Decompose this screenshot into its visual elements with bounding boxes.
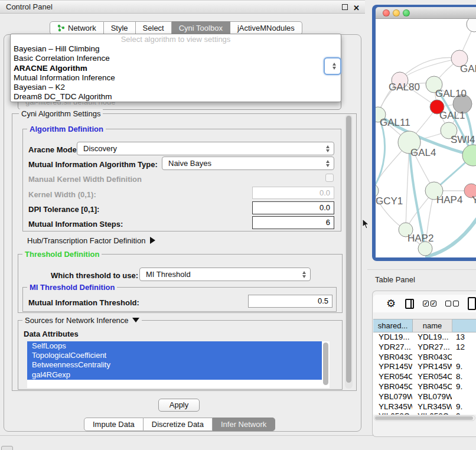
network-graph: GALGAL80GAL10GAL1GAL11SWI4GAL4GCY1HAP4YH…: [376, 19, 476, 257]
table-body[interactable]: YDL19...YDL19...13YDR27...YDR27...12YBR0…: [373, 332, 476, 415]
table-cell[interactable]: YBL079W: [412, 392, 452, 402]
data-attribute-item[interactable]: BetweennessCentrality: [27, 360, 322, 370]
tab-discretize-data[interactable]: Discretize Data: [144, 418, 213, 431]
table-row[interactable]: YBL079WYBL079W: [373, 392, 476, 402]
attributes-scrollbar-thumb[interactable]: [323, 343, 328, 385]
algorithm-list-item[interactable]: Bayesian – K2: [11, 83, 341, 92]
mi-type-select[interactable]: Naive Bayes: [162, 156, 334, 170]
algorithm-list-item[interactable]: Basic Correlation Inference: [11, 54, 341, 63]
data-attribute-item[interactable]: SelfLoops: [27, 341, 322, 351]
table-cell[interactable]: YLR345W: [412, 402, 452, 412]
table-row[interactable]: YDR27...YDR27...12: [373, 343, 476, 353]
dpi-tolerance-field[interactable]: 0.0: [252, 201, 334, 214]
close-traffic-light-icon[interactable]: [383, 9, 390, 17]
table-cell[interactable]: YDR27...: [373, 343, 412, 353]
float-window-icon[interactable]: [342, 4, 348, 10]
expand-down-icon[interactable]: [132, 318, 139, 322]
table-cell[interactable]: YLR345W: [373, 402, 412, 412]
settings-scrollbar-thumb[interactable]: [346, 116, 351, 383]
table-row[interactable]: YDL19...YDL19...13: [373, 332, 476, 343]
algorithm-list-item[interactable]: Bayesian – Hill Climbing: [11, 44, 341, 54]
manual-kernel-checkbox[interactable]: [325, 174, 334, 182]
table-hscrollbar[interactable]: [374, 415, 475, 421]
data-attribute-item[interactable]: gal4RGexp: [27, 370, 322, 380]
which-threshold-select[interactable]: MI Threshold: [139, 268, 311, 281]
settings-scrollbar[interactable]: [345, 115, 353, 389]
table-cell[interactable]: 9.: [452, 402, 462, 412]
table-cell[interactable]: YIL052C: [373, 412, 412, 415]
table-cell[interactable]: YBR045C: [412, 382, 452, 392]
tab-style[interactable]: Style: [104, 21, 136, 35]
split-columns-icon[interactable]: [405, 299, 414, 309]
column-header-name[interactable]: name: [413, 319, 452, 332]
algorithm-combobox-button[interactable]: [324, 57, 341, 75]
minimize-traffic-light-icon[interactable]: [393, 9, 400, 17]
algorithm-list-item[interactable]: ARACNE Algorithm: [11, 64, 341, 73]
table-cell[interactable]: YPR145W: [373, 362, 412, 372]
table-cell[interactable]: YBR045C: [373, 382, 412, 392]
table-cell[interactable]: YER054C: [373, 372, 412, 382]
network-edge[interactable]: [400, 58, 459, 80]
table-hscrollbar-thumb[interactable]: [375, 416, 473, 420]
mi-steps-field[interactable]: 6: [252, 216, 334, 229]
network-node-label: GAL1: [439, 110, 465, 121]
data-attributes-label: Data Attributes: [24, 330, 79, 338]
tab-cyni-toolbox[interactable]: Cyni Toolbox: [172, 21, 230, 35]
table-row[interactable]: YPR145WYPR145W9.: [373, 362, 476, 372]
corner-button[interactable]: [1, 446, 13, 450]
table-cell[interactable]: YDL19...: [412, 332, 452, 343]
table-cell[interactable]: YBR043C: [373, 353, 412, 363]
kernel-width-label: Kernel Width (0,1):: [28, 190, 96, 199]
table-cell[interactable]: 9: [452, 412, 461, 415]
table-cell[interactable]: YPR145W: [412, 362, 452, 372]
table-cell[interactable]: YIL052C: [412, 412, 452, 415]
table-row[interactable]: YER054CYER054C8.: [373, 372, 476, 382]
export-table-icon[interactable]: [468, 297, 476, 310]
table-row[interactable]: YBR045CYBR045C9.: [373, 382, 476, 392]
network-window-titlebar[interactable]: [376, 7, 476, 19]
aracne-mode-select[interactable]: Discovery: [77, 142, 334, 155]
table-cell[interactable]: YDL19...: [373, 332, 412, 343]
table-row[interactable]: YBR043CYBR043C: [373, 353, 476, 363]
tab-network[interactable]: Network: [50, 21, 104, 35]
expand-right-icon[interactable]: [150, 237, 155, 244]
table-cell[interactable]: 13: [452, 332, 465, 343]
algorithm-list-item[interactable]: Dream8 DC_TDC Algorithm: [11, 92, 341, 102]
table-cell[interactable]: YBR043C: [412, 353, 452, 363]
table-row[interactable]: YIL052CYIL052C9: [373, 412, 476, 415]
close-icon[interactable]: ✕: [353, 2, 360, 15]
select-all-columns-icon[interactable]: ✓✓: [423, 301, 436, 306]
tab-infer-network[interactable]: Infer Network: [213, 418, 275, 431]
table-cell[interactable]: 9.: [452, 382, 462, 392]
sources-group-title[interactable]: Sources for Network Inference: [22, 316, 142, 325]
table-cell[interactable]: [452, 353, 456, 363]
table-cell[interactable]: 8.: [452, 372, 462, 382]
data-attributes-list[interactable]: SelfLoopsTopologicalCoefficientBetweenne…: [27, 341, 330, 388]
table-cell[interactable]: YDR27...: [412, 343, 452, 353]
data-attribute-item[interactable]: TopologicalCoefficient: [27, 351, 322, 360]
network-node[interactable]: [467, 19, 476, 32]
table-cell[interactable]: [452, 392, 456, 402]
table-cell[interactable]: 12: [452, 343, 465, 353]
table-cell[interactable]: 9.: [452, 362, 462, 372]
network-canvas[interactable]: GALGAL80GAL10GAL1GAL11SWI4GAL4GCY1HAP4YH…: [376, 19, 476, 257]
apply-button[interactable]: Apply: [158, 399, 200, 412]
mi-threshold-field[interactable]: 0.5: [248, 295, 332, 308]
tab-impute-data[interactable]: Impute Data: [84, 418, 144, 431]
column-header-shared[interactable]: shared...: [373, 319, 413, 332]
tab-select[interactable]: Select: [136, 21, 172, 35]
algorithm-list-item[interactable]: Mutual Information Inference: [11, 73, 341, 83]
kernel-width-field[interactable]: 0.0: [252, 187, 334, 199]
deselect-all-columns-icon[interactable]: [445, 301, 459, 306]
table-cell[interactable]: YER054C: [412, 372, 452, 382]
hub-definition-toggle[interactable]: Hub/Transcription Factor Definition: [27, 236, 155, 245]
gear-icon[interactable]: ⚙: [386, 297, 396, 310]
maximize-traffic-light-icon[interactable]: [403, 9, 410, 17]
table-cell[interactable]: YBL079W: [373, 392, 412, 402]
table-row[interactable]: YLR345WYLR345W9.: [373, 402, 476, 412]
column-header-third[interactable]: [452, 319, 476, 332]
network-node-label: HAP4: [436, 194, 462, 206]
network-edge[interactable]: [406, 142, 409, 230]
network-view-window[interactable]: GALGAL80GAL10GAL1GAL11SWI4GAL4GCY1HAP4YH…: [372, 5, 476, 261]
tab-jactivemnodules[interactable]: jActiveMNodules: [230, 21, 302, 35]
